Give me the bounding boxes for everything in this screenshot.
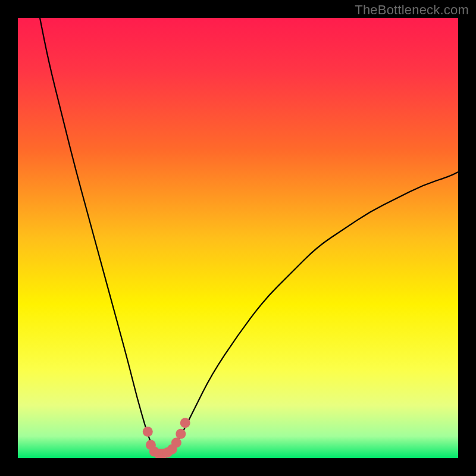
marker-dot — [171, 438, 181, 448]
marker-dot — [143, 427, 153, 437]
curve-layer — [18, 18, 458, 458]
plot-area — [18, 18, 458, 458]
bottleneck-curve — [40, 18, 458, 454]
watermark-text: TheBottleneck.com — [355, 2, 469, 18]
marker-dot — [176, 429, 186, 439]
chart-frame: TheBottleneck.com — [0, 0, 476, 476]
marker-dot — [180, 418, 190, 428]
